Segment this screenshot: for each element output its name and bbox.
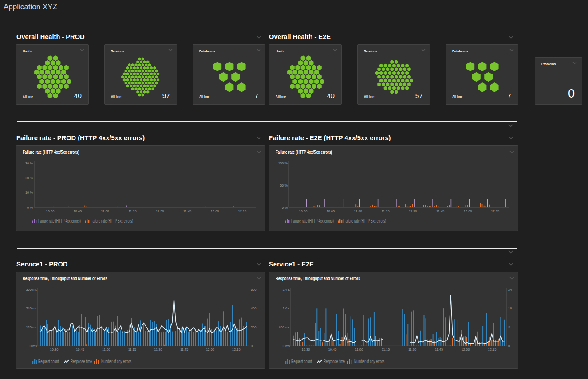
svg-text:12:00: 12:00	[462, 348, 470, 352]
svg-text:11:30: 11:30	[156, 209, 164, 213]
svg-text:12:15: 12:15	[232, 348, 241, 352]
svg-text:0 ms: 0 ms	[30, 344, 37, 348]
svg-text:10:30: 10:30	[50, 348, 59, 352]
svg-text:11:15: 11:15	[381, 209, 389, 213]
svg-text:0: 0	[508, 344, 510, 348]
svg-text:1.6 s: 1.6 s	[283, 306, 290, 310]
svg-text:10:45: 10:45	[326, 209, 335, 213]
svg-text:11:30: 11:30	[154, 348, 162, 352]
svg-text:400: 400	[251, 306, 257, 310]
svg-text:800 ms: 800 ms	[279, 325, 290, 329]
svg-text:600: 600	[251, 288, 257, 292]
svg-text:0 %: 0 %	[282, 206, 288, 210]
svg-text:11:30: 11:30	[409, 209, 417, 213]
svg-text:11:00: 11:00	[354, 209, 362, 213]
svg-text:12:00: 12:00	[206, 348, 214, 352]
svg-text:200: 200	[251, 325, 257, 329]
svg-text:12:15: 12:15	[491, 209, 500, 213]
svg-text:2.4 s: 2.4 s	[283, 288, 290, 292]
svg-text:11:15: 11:15	[128, 209, 136, 213]
svg-text:10:45: 10:45	[76, 348, 84, 352]
svg-text:11:45: 11:45	[180, 348, 188, 352]
svg-text:8: 8	[508, 325, 510, 329]
svg-text:11:30: 11:30	[408, 348, 416, 352]
svg-text:12:00: 12:00	[211, 209, 219, 213]
svg-text:11:15: 11:15	[128, 348, 136, 352]
svg-text:10:30: 10:30	[46, 209, 55, 213]
svg-text:11:45: 11:45	[183, 209, 191, 213]
svg-text:10:30: 10:30	[299, 209, 308, 213]
svg-text:360 ms: 360 ms	[26, 288, 37, 292]
svg-text:11:00: 11:00	[355, 348, 363, 352]
svg-text:11:15: 11:15	[382, 348, 390, 352]
svg-text:10:45: 10:45	[328, 348, 337, 352]
svg-text:12:15: 12:15	[238, 209, 247, 213]
svg-text:10:30: 10:30	[302, 348, 310, 352]
svg-text:0 ms: 0 ms	[283, 344, 290, 348]
svg-text:24: 24	[508, 288, 512, 292]
svg-text:11:00: 11:00	[101, 209, 109, 213]
svg-text:0 %: 0 %	[27, 206, 33, 210]
svg-text:11:00: 11:00	[102, 348, 110, 352]
svg-text:20 %: 20 %	[25, 176, 33, 180]
svg-text:50 %: 50 %	[280, 184, 288, 188]
svg-text:11:45: 11:45	[435, 348, 443, 352]
svg-text:11:45: 11:45	[436, 209, 444, 213]
svg-text:120 ms: 120 ms	[26, 325, 37, 329]
svg-text:16: 16	[508, 306, 512, 310]
svg-text:10:45: 10:45	[73, 209, 82, 213]
svg-text:12:00: 12:00	[464, 209, 472, 213]
svg-text:0: 0	[251, 344, 253, 348]
svg-text:30 %: 30 %	[25, 161, 33, 165]
svg-text:100 %: 100 %	[278, 161, 288, 165]
svg-text:240 ms: 240 ms	[26, 306, 37, 310]
svg-text:12:15: 12:15	[488, 348, 497, 352]
svg-text:10 %: 10 %	[25, 191, 33, 195]
